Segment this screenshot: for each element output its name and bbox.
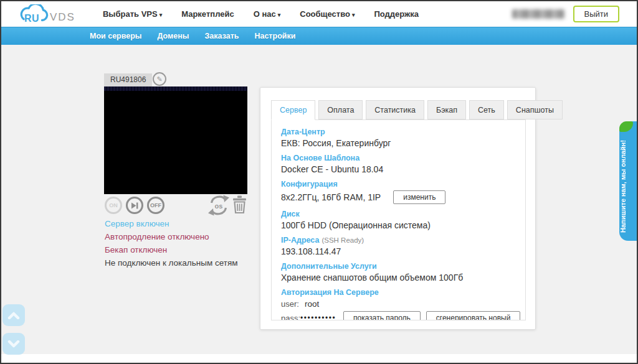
status-backup-off: Бекап отключен: [105, 243, 238, 256]
template-value: Docker CE - Ubuntu 18.04: [281, 164, 516, 174]
server-auth-label: Авторизация На Сервере: [281, 288, 516, 297]
chat-tab-label: Напишите нам, мы онлайн!: [619, 134, 637, 238]
account-area: Выйти: [512, 6, 620, 22]
edit-server-name-icon[interactable]: ✎: [153, 72, 166, 86]
chevron-down-icon: ▾: [160, 12, 163, 18]
server-name-tag: RU491806: [104, 73, 152, 86]
cloud-logo-icon: RU: [19, 4, 49, 24]
logo-ru-text: RU: [24, 13, 39, 24]
main-menu: Выбрать VPS▾ Маркетплейс О нас▾ Сообщест…: [103, 9, 419, 19]
disk-value: 100Гб HDD (Операционная система): [281, 220, 516, 230]
ip-addresses-label: IP-Адреса(SSH Ready): [281, 236, 516, 245]
chat-leaf-icon: [619, 121, 633, 132]
delete-server-button[interactable]: [232, 195, 247, 215]
user-row: user: root: [281, 299, 516, 309]
template-label: На Основе Шаблона: [281, 154, 516, 162]
configuration-label: Конфигурация: [281, 180, 516, 189]
server-console-screen[interactable]: [104, 86, 247, 194]
svg-text:os: os: [215, 202, 223, 210]
trash-icon: [232, 195, 247, 213]
server-status-list: Сервер включен Автопродление отключено Б…: [105, 217, 238, 269]
scroll-down-button[interactable]: [2, 333, 25, 355]
os-reload-icon: os: [206, 194, 231, 217]
chevron-down-icon: ▾: [278, 12, 281, 18]
chevron-down-icon: [7, 340, 20, 348]
pass-label: pass:: [281, 314, 300, 321]
logo-vds-text: VDS: [50, 11, 75, 24]
menu-item-about[interactable]: О нас▾: [254, 9, 281, 19]
datacenter-label: Дата-Центр: [281, 128, 516, 136]
restart-button[interactable]: [126, 197, 143, 214]
server-details-card: Сервер Оплата Статистика Бэкап Сеть Снап…: [260, 87, 536, 330]
subnav-item-domains[interactable]: Домены: [158, 32, 189, 40]
extra-services-label: Дополнительные Услуги: [281, 262, 516, 271]
tab-server[interactable]: Сервер: [271, 100, 315, 120]
configuration-value: 8x2.2ГГц, 16Гб RAM, 1IP: [281, 192, 381, 202]
server-tab-content: Дата-Центр ЕКВ: Россия, Екатеринбург На …: [271, 119, 526, 320]
subnav-item-order[interactable]: Заказать: [204, 32, 239, 40]
status-server-on: Сервер включен: [105, 217, 238, 230]
reinstall-os-button[interactable]: os: [206, 194, 231, 218]
scroll-up-button[interactable]: [2, 304, 25, 326]
chevron-up-icon: [7, 312, 20, 319]
tab-snapshots[interactable]: Снапшоты: [507, 100, 563, 119]
account-info-blurred: [512, 9, 564, 19]
show-password-button[interactable]: показать пароль: [343, 311, 421, 320]
online-chat-tab[interactable]: Напишите нам, мы онлайн!: [619, 121, 637, 241]
logout-button[interactable]: Выйти: [573, 6, 620, 22]
status-local-network: Не подключен к локальным сетям: [105, 256, 238, 269]
subnav-item-my-servers[interactable]: Мои серверы: [90, 32, 142, 40]
restart-icon: [131, 202, 139, 210]
generate-password-button[interactable]: сгенерировать новый: [426, 311, 521, 320]
pencil-icon: ✎: [156, 75, 162, 83]
user-value: root: [305, 299, 319, 309]
power-on-button[interactable]: ON: [105, 197, 122, 214]
user-label: user:: [281, 299, 305, 309]
tab-statistics[interactable]: Статистика: [366, 100, 424, 119]
console-top-strip: [104, 86, 247, 91]
extra-services-value: Хранение снапшотов общим объемом 100Гб: [281, 273, 516, 282]
status-autorenew-off: Автопродление отключено: [105, 230, 238, 243]
ip-address-value: 193.108.114.47: [281, 246, 516, 256]
menu-item-support[interactable]: Поддержка: [374, 9, 419, 19]
tab-payment[interactable]: Оплата: [318, 100, 363, 119]
chevron-down-icon: ▾: [352, 12, 355, 18]
disk-label: Диск: [281, 210, 516, 218]
menu-item-community[interactable]: Сообщество▾: [300, 9, 355, 19]
menu-item-marketplace[interactable]: Маркетплейс: [181, 9, 234, 19]
menu-item-choose-vps[interactable]: Выбрать VPS▾: [103, 9, 162, 19]
ruvds-logo[interactable]: RU VDS: [19, 4, 75, 24]
details-tabs: Сервер Оплата Статистика Бэкап Сеть Снап…: [271, 100, 535, 119]
top-navbar: RU VDS Выбрать VPS▾ Маркетплейс О нас▾ С…: [1, 1, 637, 27]
configuration-row: 8x2.2ГГц, 16Гб RAM, 1IP изменить: [281, 190, 516, 204]
tab-network[interactable]: Сеть: [469, 100, 504, 119]
ssh-ready-suffix: (SSH Ready): [321, 236, 364, 244]
password-masked: ••••••••••: [300, 314, 336, 320]
datacenter-value: ЕКВ: Россия, Екатеринбург: [281, 138, 516, 148]
power-off-button[interactable]: OFF: [147, 197, 164, 214]
ruvds-control-panel: RU VDS Выбрать VPS▾ Маркетплейс О нас▾ С…: [0, 0, 638, 364]
password-row: pass: •••••••••• показать пароль сгенери…: [281, 311, 516, 320]
change-config-button[interactable]: изменить: [393, 190, 445, 204]
tab-backup[interactable]: Бэкап: [427, 100, 466, 119]
secondary-navbar: Мои серверы Домены Заказать Настройки: [1, 27, 637, 45]
subnav-item-settings[interactable]: Настройки: [254, 32, 295, 40]
